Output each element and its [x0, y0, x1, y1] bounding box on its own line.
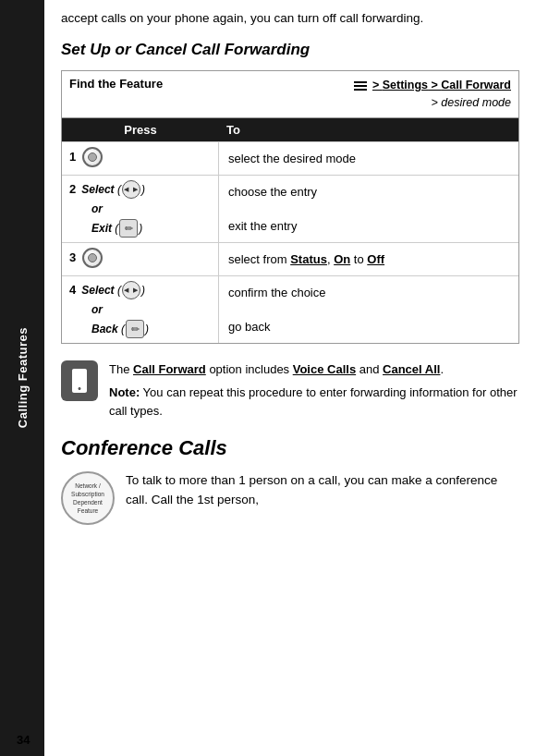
note-box: The Call Forward option includes Voice C…: [61, 357, 519, 424]
note-label: Note:: [109, 385, 140, 399]
paren-open-4: (: [115, 284, 121, 297]
back-paren-4: (: [118, 323, 125, 335]
back-label-4: Back: [91, 323, 118, 335]
table-header: Press To: [62, 118, 518, 141]
back-paren-close-4: ): [145, 323, 149, 335]
phone-icon: [68, 367, 91, 395]
press-cell-3: 3: [62, 243, 219, 275]
main-content: accept calls on your phone again, you ca…: [44, 0, 536, 756]
exit-label-2: Exit: [91, 222, 112, 235]
to-text-3: select from Status, On to Off: [228, 252, 384, 266]
conference-row: Network /SubscriptionDependentFeature To…: [61, 471, 519, 525]
row-num-2: 2: [69, 182, 76, 196]
note-text: You can repeat this procedure to enter f…: [109, 385, 518, 418]
feature-table: Find the Feature > Settings > Call Forwa…: [61, 70, 519, 344]
table-row: 3 select from Status, On to Off: [62, 242, 518, 275]
row-num-4: 4: [69, 283, 76, 297]
to-text-1: select the desired mode: [228, 152, 356, 165]
to-cell-3: select from Status, On to Off: [219, 243, 518, 275]
find-feature-value: > Settings > Call Forward > desired mode: [199, 77, 511, 112]
phone-icon-box: [61, 360, 98, 401]
paren-close-2: ): [141, 183, 145, 196]
nav-button-3: [82, 248, 103, 268]
exit-paren-close-2: ): [139, 222, 142, 235]
note-secondary-text: Note: You can repeat this procedure to e…: [109, 384, 519, 420]
edit-button-4: [126, 320, 144, 338]
sidebar-label: Calling Features: [16, 327, 30, 428]
desired-mode-path: > desired mode: [431, 96, 511, 109]
section-title: Set Up or Cancel Call Forwarding: [61, 41, 519, 59]
exit-paren-2: (: [112, 222, 118, 235]
select-label-4: Select: [81, 284, 114, 297]
to-text-2b: exit the entry: [228, 219, 297, 233]
menu-button-2: [122, 180, 140, 199]
press-header: Press: [62, 118, 219, 141]
sidebar: Calling Features: [0, 0, 44, 756]
menu-button-4: [122, 281, 140, 299]
note-main-text: The Call Forward option includes Voice C…: [109, 360, 519, 379]
network-badge: Network /SubscriptionDependentFeature: [61, 471, 115, 525]
nav-button-1: [82, 147, 103, 167]
row-num-3: 3: [69, 250, 76, 264]
to-cell-1: select the desired mode: [219, 142, 518, 175]
paren-close-4: ): [141, 284, 145, 297]
conference-text: To talk to more than 1 person on a call,…: [126, 471, 519, 509]
select-label-2: Select: [81, 183, 114, 196]
conference-title: Conference Calls: [61, 436, 519, 460]
to-cell-2: choose the entry exit the entry: [219, 176, 518, 242]
settings-path: > Settings > Call Forward: [372, 79, 511, 91]
press-cell-1: 1: [62, 142, 219, 175]
table-row: 1 select the desired mode: [62, 141, 518, 175]
or-label-4: or: [91, 303, 103, 316]
table-row: 4 Select ( ) or Back ( ): [62, 275, 518, 343]
hamburger-icon: [353, 80, 368, 91]
find-feature-label: Find the Feature: [69, 77, 199, 91]
paren-open-2: (: [115, 183, 121, 196]
press-cell-4: 4 Select ( ) or Back ( ): [62, 276, 219, 343]
badge-text: Network /SubscriptionDependentFeature: [71, 482, 104, 515]
table-row: 2 Select ( ) or Exit ( ): [62, 175, 518, 242]
intro-text: accept calls on your phone again, you ca…: [61, 9, 519, 28]
to-text-2a: choose the entry: [228, 185, 317, 199]
to-text-4a: confirm the choice: [228, 286, 326, 299]
page-number: 34: [17, 733, 30, 747]
menu-hamburger-icon: [353, 79, 372, 91]
to-cell-4: confirm the choice go back: [219, 276, 518, 343]
press-cell-2: 2 Select ( ) or Exit ( ): [62, 176, 219, 242]
note-text-block: The Call Forward option includes Voice C…: [109, 360, 519, 421]
to-text-4b: go back: [228, 320, 271, 334]
find-feature-row: Find the Feature > Settings > Call Forwa…: [62, 71, 518, 118]
row-num-1: 1: [69, 150, 76, 164]
edit-button-2: [119, 219, 138, 238]
to-header: To: [219, 118, 518, 141]
or-label-2: or: [91, 202, 103, 215]
